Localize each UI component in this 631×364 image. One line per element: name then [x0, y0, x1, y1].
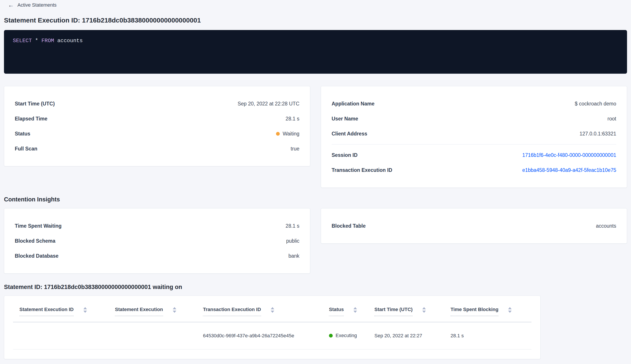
statement-execution-id-header-label[interactable]: Statement Execution ID — [20, 306, 74, 316]
column-header-transaction-execution-id: Transaction Execution ID — [203, 296, 329, 322]
blocked-schema-value: public — [286, 238, 300, 244]
session-id-label: Session ID — [332, 152, 358, 158]
details-cards-row: Start Time (UTC) Sep 20, 2022 at 22:28 U… — [4, 86, 627, 188]
waiting-on-table: Statement Execution ID Statement Executi… — [13, 296, 532, 350]
blocked-table-value: accounts — [596, 223, 616, 229]
sort-icon[interactable] — [271, 307, 274, 313]
cell-statement-execution-id — [13, 322, 115, 349]
client-address-value: 127.0.0.1:63321 — [580, 131, 616, 137]
detail-row-blocked-database: Blocked Database bank — [15, 248, 300, 264]
transaction-execution-id-link[interactable]: e1bba458-5948-40a9-a42f-5feac1b10e75 — [522, 167, 616, 173]
detail-row-application-name: Application Name $ cockroach demo — [332, 96, 616, 111]
elapsed-time-value: 28.1 s — [286, 116, 300, 122]
sort-icon[interactable] — [422, 307, 426, 313]
contention-left-card: Time Spent Waiting 28.1 s Blocked Schema… — [4, 208, 310, 274]
status-waiting-text: Waiting — [283, 131, 300, 137]
contention-insights-heading: Contention Insights — [4, 196, 627, 203]
detail-row-start-time: Start Time (UTC) Sep 20, 2022 at 22:28 U… — [15, 96, 300, 111]
column-header-statement-execution: Statement Execution — [115, 296, 203, 322]
column-header-time-spent-blocking: Time Spent Blocking — [450, 296, 532, 322]
session-id-link[interactable]: 1716b1f6-4e0c-f480-0000-000000000001 — [522, 152, 616, 158]
blocked-table-label: Blocked Table — [332, 223, 366, 229]
detail-row-blocked-schema: Blocked Schema public — [15, 234, 300, 248]
statement-execution-header-label[interactable]: Statement Execution — [115, 306, 163, 316]
sort-icon[interactable] — [508, 307, 512, 313]
contention-right-card: Blocked Table accounts — [321, 208, 627, 244]
blocked-database-label: Blocked Database — [15, 253, 58, 259]
status-value: Waiting — [276, 131, 300, 137]
cell-start-time: Sep 20, 2022 at 22:27 — [374, 322, 450, 349]
back-link-active-statements[interactable]: ← Active Statements — [8, 2, 56, 8]
cell-transaction-execution-id: 64530d0c-969f-437e-a9b4-26a72245e45e — [203, 322, 329, 349]
waiting-on-heading: Statement ID: 1716b218dc0b38380000000000… — [4, 283, 627, 291]
elapsed-time-label: Elapsed Time — [15, 116, 48, 122]
detail-row-full-scan: Full Scan true — [15, 141, 300, 156]
status-label: Status — [15, 131, 30, 137]
execution-details-card: Start Time (UTC) Sep 20, 2022 at 22:28 U… — [4, 86, 310, 166]
start-time-value: Sep 20, 2022 at 22:28 UTC — [238, 101, 300, 107]
back-arrow-icon: ← — [8, 2, 14, 8]
cell-statement-execution — [115, 322, 203, 349]
detail-row-status: Status Waiting — [15, 126, 300, 141]
blocked-schema-label: Blocked Schema — [15, 238, 56, 244]
sql-statement-box: SELECT * FROM accounts — [4, 30, 627, 74]
blocked-database-value: bank — [288, 253, 300, 259]
session-details-card: Application Name $ cockroach demo User N… — [321, 86, 627, 188]
time-spent-waiting-label: Time Spent Waiting — [15, 223, 62, 229]
cell-time-spent-blocking: 28.1 s — [450, 322, 532, 349]
detail-row-session-id: Session ID 1716b1f6-4e0c-f480-0000-00000… — [332, 148, 616, 162]
status-header-label[interactable]: Status — [329, 306, 344, 316]
column-header-start-time: Start Time (UTC) — [374, 296, 450, 322]
table-header-row: Statement Execution ID Statement Executi… — [13, 296, 532, 322]
sql-segment-star: * — [32, 38, 41, 44]
application-name-label: Application Name — [332, 101, 374, 107]
contention-cards-row: Time Spent Waiting 28.1 s Blocked Schema… — [4, 208, 627, 274]
cell-status: Executing — [329, 322, 374, 349]
full-scan-label: Full Scan — [15, 146, 37, 152]
card-divider — [332, 144, 616, 144]
status-waiting-dot-icon — [276, 132, 280, 136]
sort-icon[interactable] — [354, 307, 357, 313]
sort-icon[interactable] — [84, 307, 87, 313]
full-scan-value: true — [290, 146, 300, 152]
detail-row-time-spent-waiting: Time Spent Waiting 28.1 s — [15, 218, 300, 234]
user-name-value: root — [608, 116, 616, 122]
time-spent-waiting-value: 28.1 s — [286, 223, 300, 229]
sql-segment-table: accounts — [54, 38, 83, 44]
statement-execution-details-page: ← Active Statements Statement Execution … — [0, 0, 631, 364]
transaction-execution-id-label: Transaction Execution ID — [332, 167, 392, 173]
time-spent-blocking-header-label[interactable]: Time Spent Blocking — [450, 306, 498, 316]
status-executing-dot-icon — [329, 334, 333, 338]
detail-row-client-address: Client Address 127.0.0.1:63321 — [332, 126, 616, 141]
back-link-label: Active Statements — [18, 2, 56, 8]
waiting-on-table-card: Statement Execution ID Statement Executi… — [4, 296, 540, 359]
sql-statement-text: SELECT * FROM accounts — [13, 38, 83, 44]
status-executing-text: Executing — [336, 332, 357, 339]
user-name-label: User Name — [332, 116, 358, 122]
table-row: 64530d0c-969f-437e-a9b4-26a72245e45e Exe… — [13, 322, 532, 349]
start-time-header-label[interactable]: Start Time (UTC) — [374, 306, 412, 316]
sql-keyword-from: FROM — [42, 38, 54, 44]
detail-row-user-name: User Name root — [332, 111, 616, 126]
column-header-status: Status — [329, 296, 374, 322]
transaction-execution-id-header-label[interactable]: Transaction Execution ID — [203, 306, 261, 316]
sql-keyword-select: SELECT — [13, 38, 32, 44]
column-header-statement-execution-id: Statement Execution ID — [13, 296, 115, 322]
start-time-label: Start Time (UTC) — [15, 101, 55, 107]
page-title: Statement Execution ID: 1716b218dc0b3838… — [4, 16, 627, 25]
detail-row-transaction-execution-id: Transaction Execution ID e1bba458-5948-4… — [332, 162, 616, 178]
detail-row-elapsed-time: Elapsed Time 28.1 s — [15, 111, 300, 126]
sort-icon[interactable] — [173, 307, 176, 313]
client-address-label: Client Address — [332, 131, 367, 137]
application-name-value: $ cockroach demo — [575, 101, 616, 107]
detail-row-blocked-table: Blocked Table accounts — [332, 218, 616, 234]
